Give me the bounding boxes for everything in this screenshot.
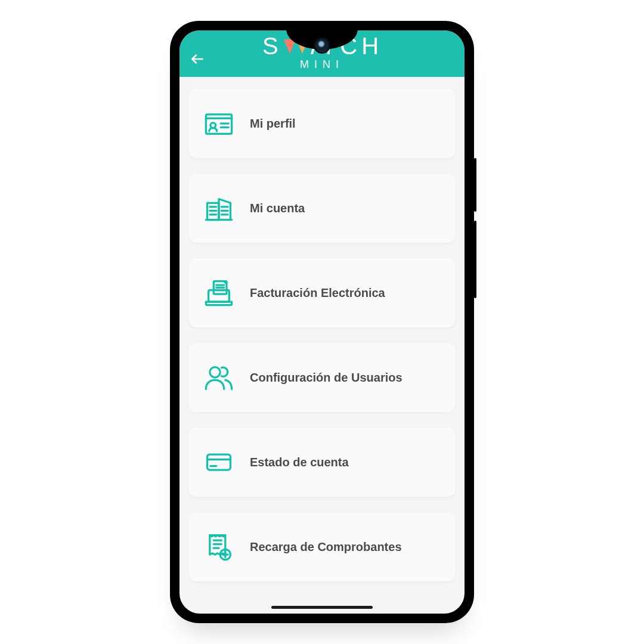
menu-item-invoicing[interactable]: Facturación Electrónica: [189, 258, 455, 327]
svg-rect-22: [208, 454, 231, 470]
phone-frame: S ITCH MINI: [170, 21, 474, 623]
buildings-icon: [203, 193, 234, 224]
home-indicator[interactable]: [271, 606, 373, 609]
front-camera: [315, 39, 329, 52]
receipt-plus-icon: [203, 531, 234, 562]
menu-item-label: Mi cuenta: [250, 202, 305, 215]
svg-point-21: [210, 367, 220, 377]
credit-card-icon: [203, 447, 234, 478]
menu-item-label: Configuración de Usuarios: [250, 371, 402, 385]
menu-item-account[interactable]: Mi cuenta: [189, 174, 455, 243]
menu-item-label: Estado de cuenta: [250, 456, 349, 469]
users-icon: [203, 362, 234, 393]
arrow-left-icon: [190, 51, 205, 67]
laptop-invoice-icon: [203, 277, 234, 308]
menu-item-label: Facturación Electrónica: [250, 286, 385, 300]
menu-item-users[interactable]: Configuración de Usuarios: [189, 343, 455, 412]
screen: S ITCH MINI: [179, 30, 465, 614]
menu-item-statement[interactable]: Estado de cuenta: [189, 428, 455, 497]
menu-item-profile[interactable]: Mi perfil: [189, 89, 455, 158]
profile-card-icon: [203, 108, 234, 139]
back-button[interactable]: [187, 48, 208, 70]
logo-subtitle: MINI: [262, 59, 382, 70]
menu-item-label: Mi perfil: [250, 117, 296, 131]
menu-item-label: Recarga de Comprobantes: [250, 540, 402, 554]
settings-menu: Mi perfil Mi cuenta: [179, 77, 465, 605]
menu-item-recharge[interactable]: Recarga de Comprobantes: [189, 512, 455, 581]
